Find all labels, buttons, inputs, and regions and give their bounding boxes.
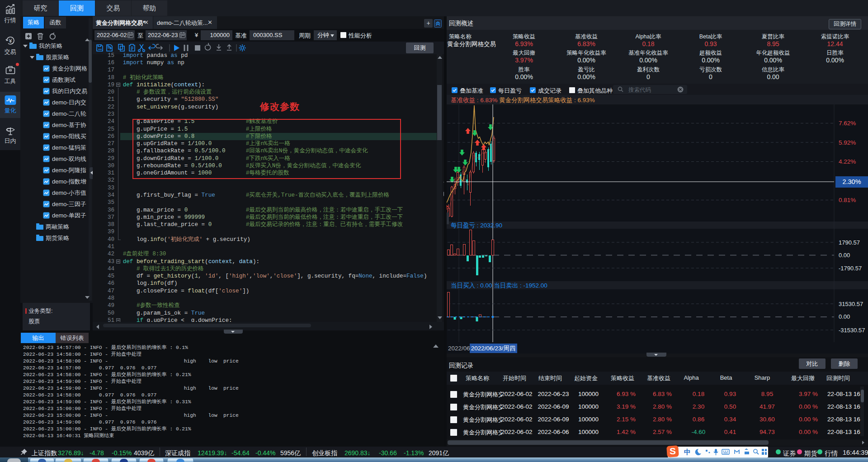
svg-text:2022/06: 2022/06 <box>448 345 470 352</box>
svg-text:-31530.57: -31530.57 <box>839 327 865 334</box>
svg-text:0.00: 0.00 <box>839 313 850 320</box>
svg-text:2.30%: 2.30% <box>842 178 861 185</box>
svg-text:31530.57: 31530.57 <box>839 301 863 307</box>
svg-text:2022/06/23/周四: 2022/06/23/周四 <box>471 345 515 352</box>
svg-text:4.22%: 4.22% <box>839 158 856 165</box>
svg-text:0.81%: 0.81% <box>839 197 856 203</box>
svg-text:-1790.57: -1790.57 <box>839 265 862 272</box>
svg-text:5.92%: 5.92% <box>839 139 856 146</box>
svg-text:0.00: 0.00 <box>839 252 850 259</box>
svg-text:当日买入 : 0.00 当日卖出 : -1952.00: 当日买入 : 0.00 当日卖出 : -1952.00 <box>451 282 547 289</box>
svg-text:¥: ¥ <box>9 38 12 44</box>
svg-text:每日盈亏 : 2032.90: 每日盈亏 : 2032.90 <box>451 222 502 229</box>
svg-text:1790.57: 1790.57 <box>839 239 860 246</box>
svg-text:7.62%: 7.62% <box>839 120 856 127</box>
